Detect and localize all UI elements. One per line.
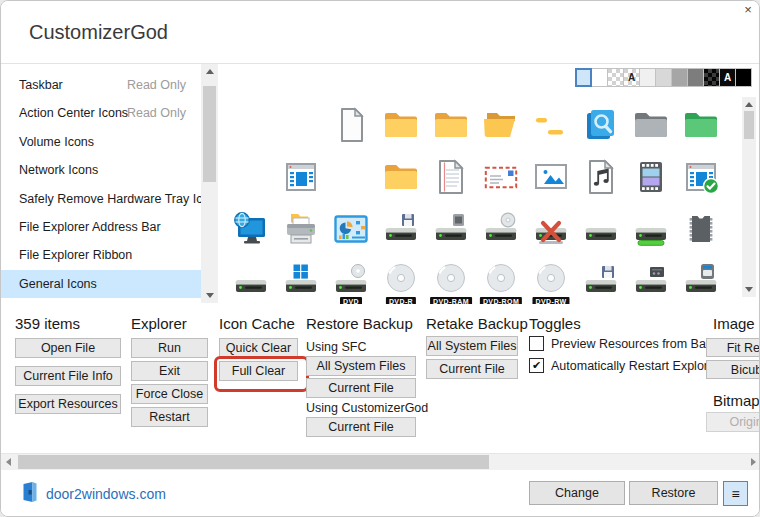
sidebar-item-taskbar[interactable]: TaskbarRead Only	[1, 71, 201, 99]
open-file-button[interactable]: Open File	[15, 338, 121, 358]
sidebar-item-label: General Icons	[19, 277, 97, 291]
swatch-white[interactable]	[591, 68, 608, 87]
horizontal-scrollbar[interactable]	[1, 453, 760, 470]
sidebar-item-action-center-icons[interactable]: Action Center IconsRead Only	[1, 99, 201, 127]
drive-windows-icon[interactable]	[276, 255, 326, 307]
sidebar-item-network-icons[interactable]: Network Icons	[1, 156, 201, 184]
folder-gray-icon[interactable]	[626, 99, 676, 151]
swatch-checker-dark[interactable]	[703, 68, 720, 87]
disc-icon[interactable]: DVD-ROM	[476, 255, 526, 307]
swatch-checker-letter[interactable]: A	[623, 68, 640, 87]
drive-icon[interactable]	[226, 255, 276, 307]
checkbox-checked-icon[interactable]: ✔	[529, 358, 544, 373]
sidebar-item-volume-icons[interactable]: Volume Icons	[1, 128, 201, 156]
current-file-info-button[interactable]: Current File Info	[15, 366, 121, 386]
drive-disc-icon[interactable]	[476, 203, 526, 255]
drive-removable-icon[interactable]	[426, 203, 476, 255]
swatch-gray-light[interactable]	[655, 68, 672, 87]
letter-glyph: A	[628, 72, 635, 83]
swatch-black[interactable]	[735, 68, 752, 87]
sidebar-item-label: Action Center Icons	[19, 106, 128, 120]
checkbox-label: Automatically Restart Explorer	[551, 359, 719, 373]
swatch-light-blue[interactable]	[575, 68, 592, 87]
sidebar-item-general-icons[interactable]: General Icons	[1, 270, 201, 298]
airmail-envelope-icon[interactable]	[476, 151, 526, 203]
checkbox-unchecked-icon[interactable]	[529, 336, 544, 351]
drive-battery-icon[interactable]	[626, 203, 676, 255]
swatch-gray-lightest[interactable]	[639, 68, 656, 87]
website-link[interactable]: door2windows.com	[21, 482, 166, 505]
music-document-icon[interactable]	[576, 151, 626, 203]
all-system-files-sfc-button[interactable]: All System Files	[306, 356, 416, 376]
drive-cartridge-icon[interactable]	[626, 255, 676, 307]
scroll-down-icon[interactable]	[206, 293, 214, 298]
restore-button[interactable]: Restore	[629, 481, 718, 505]
current-file-customizergod-button[interactable]: Current File	[306, 417, 416, 437]
folder-green-icon[interactable]	[676, 99, 726, 151]
retake-all-system-files-button[interactable]: All System Files	[426, 336, 518, 356]
swatch-gray-medium[interactable]	[671, 68, 688, 87]
drive-floppy-icon[interactable]	[376, 203, 426, 255]
retake-current-file-button[interactable]: Current File	[426, 359, 518, 379]
dvd-drive-icon[interactable]: DVD	[326, 255, 376, 307]
search-folder-icon[interactable]	[576, 99, 626, 151]
disc-icon[interactable]: DVD-RW	[526, 255, 576, 307]
drive-error-icon[interactable]	[526, 203, 576, 255]
sidebar-item-file-explorer-address-bar[interactable]: File Explorer Address Bar	[1, 213, 201, 241]
menu-button[interactable]: ≡	[723, 481, 748, 506]
blank-document-icon[interactable]	[326, 99, 376, 151]
sidebar: TaskbarRead OnlyAction Center IconsRead …	[1, 64, 201, 303]
quick-clear-button[interactable]: Quick Clear	[219, 338, 298, 358]
swatch-checker-light[interactable]	[607, 68, 624, 87]
folder-icon[interactable]	[426, 99, 476, 151]
swatch-gray-dark[interactable]	[687, 68, 704, 87]
network-computer-icon[interactable]	[226, 203, 276, 255]
full-clear-button[interactable]: Full Clear	[219, 361, 298, 381]
export-resources-button[interactable]: Export Resources	[15, 394, 121, 414]
program-check-icon[interactable]	[676, 151, 726, 203]
scroll-left-icon[interactable]	[6, 458, 11, 466]
preview-resources-from-backup-checkbox[interactable]: Preview Resources from Backup	[529, 336, 732, 351]
film-strip-icon[interactable]	[626, 151, 676, 203]
sidebar-scrollbar-thumb[interactable]	[203, 86, 216, 182]
scroll-up-icon[interactable]	[745, 102, 753, 107]
moving-dashes-icon[interactable]	[526, 99, 576, 151]
bicubic-button[interactable]: Bicubic	[706, 360, 760, 379]
retake-backup-heading: Retake Backup	[426, 315, 528, 332]
control-panel-icon[interactable]	[326, 203, 376, 255]
folder-icon[interactable]	[376, 151, 426, 203]
scroll-up-icon[interactable]	[206, 69, 214, 74]
disc-icon[interactable]: DVD-R	[376, 255, 426, 307]
scroll-down-icon[interactable]	[745, 287, 753, 292]
run-button[interactable]: Run	[131, 338, 208, 358]
close-button[interactable]: ×	[740, 1, 756, 17]
force-close-button[interactable]: Force Close	[131, 384, 208, 404]
picture-file-icon[interactable]	[526, 151, 576, 203]
printer-folder-icon[interactable]	[276, 203, 326, 255]
restart-button[interactable]: Restart	[131, 407, 208, 427]
sidebar-item-file-explorer-ribbon[interactable]: File Explorer Ribbon	[1, 241, 201, 269]
notepad-document-icon[interactable]	[426, 151, 476, 203]
program-window-icon[interactable]	[276, 151, 326, 203]
automatically-restart-explorer-checkbox[interactable]: ✔Automatically Restart Explorer	[529, 358, 719, 373]
current-file-sfc-button[interactable]: Current File	[306, 378, 416, 398]
disc-icon[interactable]: DVD-RAM	[426, 255, 476, 307]
drive-device-icon[interactable]	[676, 255, 726, 307]
exit-button[interactable]: Exit	[131, 361, 208, 381]
preview-scrollbar[interactable]	[742, 97, 756, 297]
fit-resiz-button[interactable]: Fit Resiz	[706, 338, 760, 357]
sidebar-item-safely-remove-hardware-tray-icon[interactable]: Safely Remove Hardware Tray Icon	[1, 185, 201, 213]
folder-icon[interactable]	[376, 99, 426, 151]
memory-chip-icon[interactable]	[676, 203, 726, 255]
scroll-right-icon[interactable]	[751, 458, 756, 466]
drive-icon[interactable]	[576, 203, 626, 255]
preview-scrollbar-thumb[interactable]	[744, 111, 754, 139]
swatch-black-letter[interactable]: A	[719, 68, 736, 87]
change-button[interactable]: Change	[529, 481, 625, 505]
drive-floppy-standing-icon[interactable]	[576, 255, 626, 307]
sidebar-scrollbar[interactable]	[201, 64, 218, 303]
folder-open-icon[interactable]	[476, 99, 526, 151]
close-icon: ×	[744, 2, 752, 17]
footer: door2windows.com Change Restore ≡	[1, 470, 759, 517]
horizontal-scrollbar-thumb[interactable]	[18, 455, 489, 469]
